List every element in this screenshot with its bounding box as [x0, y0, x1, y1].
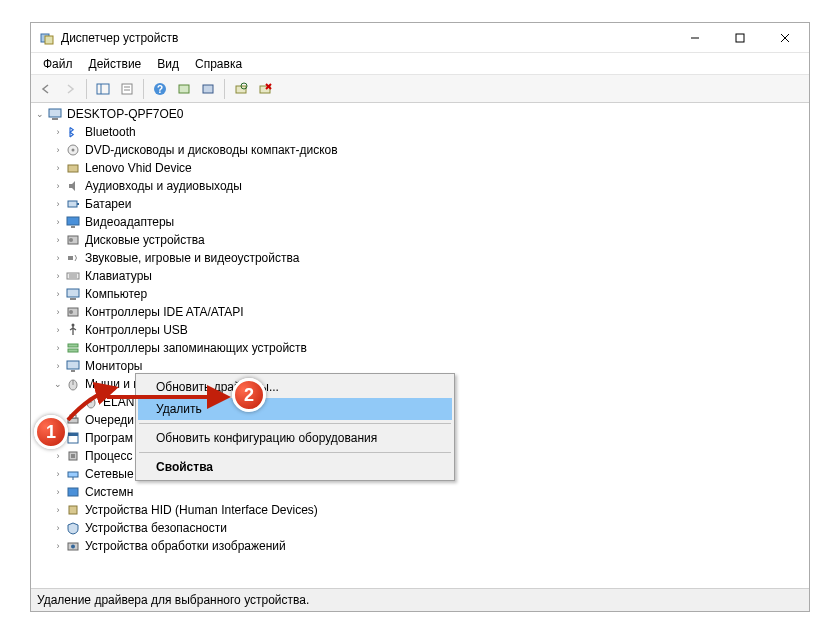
expander-icon[interactable]: ›: [51, 447, 65, 465]
show-hide-tree-button[interactable]: [92, 78, 114, 100]
tree-category[interactable]: ›DVD-дисководы и дисководы компакт-диско…: [33, 141, 807, 159]
device-manager-window: Диспетчер устройств Файл Действие Вид Сп…: [30, 22, 810, 612]
minimize-button[interactable]: [672, 23, 717, 52]
maximize-button[interactable]: [717, 23, 762, 52]
tree-category[interactable]: ›Контроллеры USB: [33, 321, 807, 339]
tree-item-label: Сетевые: [85, 465, 134, 483]
expander-icon[interactable]: ›: [51, 339, 65, 357]
menubar: Файл Действие Вид Справка: [31, 53, 809, 75]
svg-rect-24: [68, 165, 78, 172]
back-button[interactable]: [35, 78, 57, 100]
keyboard-icon: [65, 268, 81, 284]
svg-rect-31: [68, 256, 73, 260]
generic-icon: [65, 160, 81, 176]
network-icon: [65, 466, 81, 482]
expander-icon[interactable]: ›: [51, 141, 65, 159]
annotation-badge-2: 2: [232, 378, 266, 412]
action2-button[interactable]: [197, 78, 219, 100]
app-icon: [39, 30, 55, 46]
properties-button[interactable]: [116, 78, 138, 100]
tree-category[interactable]: ›Bluetooth: [33, 123, 807, 141]
tree-category[interactable]: ›Системн: [33, 483, 807, 501]
expander-icon[interactable]: ›: [51, 519, 65, 537]
tree-category[interactable]: ›Дисковые устройства: [33, 231, 807, 249]
expander-icon[interactable]: ›: [51, 483, 65, 501]
tree-category[interactable]: ›Устройства безопасности: [33, 519, 807, 537]
expander-icon[interactable]: ›: [51, 249, 65, 267]
cm-properties[interactable]: Свойства: [138, 456, 452, 478]
tree-category[interactable]: ›Контроллеры запоминающих устройств: [33, 339, 807, 357]
expander-icon[interactable]: ›: [51, 321, 65, 339]
cm-separator: [139, 423, 451, 424]
help-button[interactable]: ?: [149, 78, 171, 100]
expander-icon[interactable]: ›: [51, 231, 65, 249]
menu-file[interactable]: Файл: [35, 55, 81, 73]
svg-rect-25: [68, 201, 77, 207]
menu-view[interactable]: Вид: [149, 55, 187, 73]
tree-item-label: Контроллеры запоминающих устройств: [85, 339, 307, 357]
system-icon: [65, 484, 81, 500]
expander-icon[interactable]: ›: [51, 123, 65, 141]
cm-scan-hardware[interactable]: Обновить конфигурацию оборудования: [138, 427, 452, 449]
expander-icon[interactable]: ⌄: [33, 105, 47, 123]
expander-icon[interactable]: ›: [51, 177, 65, 195]
tree-category[interactable]: ›Батареи: [33, 195, 807, 213]
expander-icon[interactable]: ›: [51, 267, 65, 285]
tree-item-label: Контроллеры USB: [85, 321, 188, 339]
imaging-icon: [65, 538, 81, 554]
tree-category[interactable]: ›Контроллеры IDE ATA/ATAPI: [33, 303, 807, 321]
battery-icon: [65, 196, 81, 212]
tree-category[interactable]: ›Lenovo Vhid Device: [33, 159, 807, 177]
expander-icon[interactable]: ›: [51, 537, 65, 555]
security-icon: [65, 520, 81, 536]
svg-rect-1: [45, 36, 53, 44]
expander-icon[interactable]: ›: [51, 501, 65, 519]
svg-rect-56: [68, 488, 78, 496]
statusbar: Удаление драйвера для выбранного устройс…: [31, 589, 809, 611]
tree-category[interactable]: ›Устройства обработки изображений: [33, 537, 807, 555]
svg-rect-57: [69, 506, 77, 514]
tree-item-label: Клавиатуры: [85, 267, 152, 285]
menu-help[interactable]: Справка: [187, 55, 250, 73]
device-tree[interactable]: ⌄DESKTOP-QPF7OE0›Bluetooth›DVD-дисководы…: [31, 103, 809, 589]
expander-icon[interactable]: ›: [51, 159, 65, 177]
cm-separator: [139, 452, 451, 453]
svg-rect-3: [736, 34, 744, 42]
svg-rect-21: [52, 118, 58, 120]
status-text: Удаление драйвера для выбранного устройс…: [37, 593, 309, 607]
tree-category[interactable]: ›Видеоадаптеры: [33, 213, 807, 231]
tree-item-label: Батареи: [85, 195, 131, 213]
svg-text:?: ?: [157, 84, 163, 95]
action1-button[interactable]: [173, 78, 195, 100]
context-menu: Обновить драйверы... Удалить Обновить ко…: [135, 373, 455, 481]
audio-icon: [65, 178, 81, 194]
annotation-arrow-1: [60, 385, 130, 425]
expander-icon[interactable]: ›: [51, 303, 65, 321]
svg-point-59: [71, 545, 75, 549]
tree-category[interactable]: ›Устройства HID (Human Interface Devices…: [33, 501, 807, 519]
tree-category[interactable]: ›Звуковые, игровые и видеоустройства: [33, 249, 807, 267]
tree-item-label: Устройства безопасности: [85, 519, 227, 537]
svg-rect-6: [97, 84, 109, 94]
expander-icon[interactable]: ›: [51, 357, 65, 375]
tree-item-label: Видеоадаптеры: [85, 213, 174, 231]
close-button[interactable]: [762, 23, 807, 52]
expander-icon[interactable]: ›: [51, 285, 65, 303]
tree-category[interactable]: ›Аудиовходы и аудиовыходы: [33, 177, 807, 195]
menu-action[interactable]: Действие: [81, 55, 150, 73]
tree-item-label: Аудиовходы и аудиовыходы: [85, 177, 242, 195]
expander-icon[interactable]: ›: [51, 213, 65, 231]
hdd-icon: [65, 232, 81, 248]
disc-icon: [65, 142, 81, 158]
svg-rect-53: [71, 454, 75, 458]
expander-icon[interactable]: ›: [51, 465, 65, 483]
uninstall-button[interactable]: [254, 78, 276, 100]
scan-hardware-button[interactable]: [230, 78, 252, 100]
tree-root-node[interactable]: ⌄DESKTOP-QPF7OE0: [33, 105, 807, 123]
tree-category[interactable]: ›Клавиатуры: [33, 267, 807, 285]
svg-rect-51: [68, 433, 78, 436]
expander-icon[interactable]: ›: [51, 195, 65, 213]
tree-category[interactable]: ›Компьютер: [33, 285, 807, 303]
forward-button[interactable]: [59, 78, 81, 100]
tree-item-label: Мониторы: [85, 357, 142, 375]
